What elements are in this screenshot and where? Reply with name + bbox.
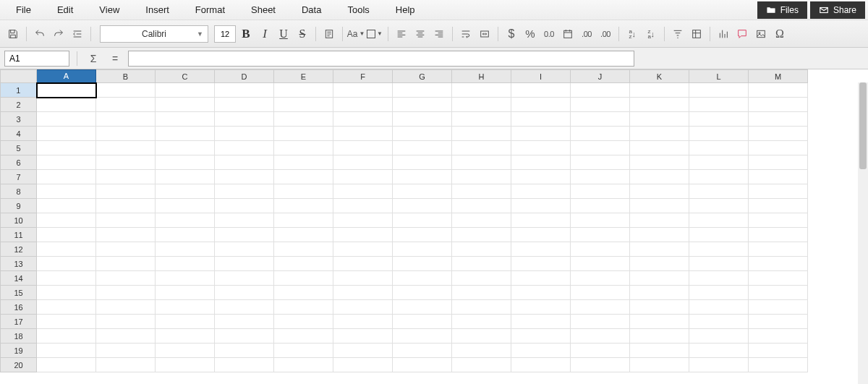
cell-H3[interactable] <box>452 112 511 127</box>
cell-K20[interactable] <box>630 358 689 372</box>
cell-I11[interactable] <box>511 228 571 242</box>
cell-M14[interactable] <box>749 271 808 286</box>
cell-H11[interactable] <box>452 228 511 242</box>
remove-decimal-button[interactable]: .00 <box>597 25 614 43</box>
cell-M20[interactable] <box>749 358 808 372</box>
cell-C17[interactable] <box>156 315 215 329</box>
cell-A3[interactable] <box>37 112 96 127</box>
cell-J1[interactable] <box>571 83 630 98</box>
fill-color-button[interactable]: ▼ <box>366 25 383 43</box>
cell-K17[interactable] <box>630 315 689 329</box>
cell-M8[interactable] <box>749 184 808 199</box>
formula-input[interactable] <box>128 51 634 67</box>
cell-C20[interactable] <box>156 358 215 372</box>
cell-L16[interactable] <box>689 300 749 315</box>
cell-B14[interactable] <box>96 271 156 286</box>
cell-B12[interactable] <box>96 242 156 257</box>
cell-C3[interactable] <box>156 112 215 127</box>
cell-H4[interactable] <box>452 127 511 141</box>
cell-B15[interactable] <box>96 286 156 300</box>
cell-F16[interactable] <box>333 300 393 315</box>
cell-L13[interactable] <box>689 257 749 271</box>
row-header-3[interactable]: 3 <box>1 112 37 127</box>
number-format-button[interactable]: 0.0 <box>540 25 558 43</box>
cell-E16[interactable] <box>274 300 333 315</box>
cell-C9[interactable] <box>156 199 215 213</box>
cell-C11[interactable] <box>156 228 215 242</box>
cell-D17[interactable] <box>215 315 274 329</box>
row-header-5[interactable]: 5 <box>1 141 37 155</box>
cell-C12[interactable] <box>156 242 215 257</box>
cell-E10[interactable] <box>274 213 333 228</box>
menu-view[interactable]: View <box>86 1 132 18</box>
cell-A16[interactable] <box>37 300 96 315</box>
column-header-C[interactable]: C <box>156 70 215 83</box>
save-button[interactable] <box>4 25 22 43</box>
cell-I9[interactable] <box>511 199 571 213</box>
cell-L7[interactable] <box>689 170 749 184</box>
cell-A17[interactable] <box>37 315 96 329</box>
cell-B6[interactable] <box>96 155 156 170</box>
cell-J5[interactable] <box>571 141 630 155</box>
align-center-button[interactable] <box>412 25 429 43</box>
insert-comment-button[interactable] <box>733 25 751 43</box>
cell-G8[interactable] <box>393 184 452 199</box>
italic-button[interactable]: I <box>256 25 273 43</box>
bold-button[interactable]: B <box>237 25 255 43</box>
column-header-D[interactable]: D <box>215 70 274 83</box>
cell-D14[interactable] <box>215 271 274 286</box>
row-header-20[interactable]: 20 <box>1 358 37 372</box>
cell-D16[interactable] <box>215 300 274 315</box>
cell-M2[interactable] <box>749 98 808 112</box>
cell-J9[interactable] <box>571 199 630 213</box>
cell-E2[interactable] <box>274 98 333 112</box>
cell-M15[interactable] <box>749 286 808 300</box>
cell-K19[interactable] <box>630 344 689 358</box>
cell-H17[interactable] <box>452 315 511 329</box>
cell-C18[interactable] <box>156 329 215 344</box>
cell-G1[interactable] <box>393 83 452 98</box>
cell-B9[interactable] <box>96 199 156 213</box>
cell-B16[interactable] <box>96 300 156 315</box>
cell-L11[interactable] <box>689 228 749 242</box>
cell-F13[interactable] <box>333 257 393 271</box>
column-header-J[interactable]: J <box>571 70 630 83</box>
decrease-indent-button[interactable] <box>69 25 86 43</box>
cell-B7[interactable] <box>96 170 156 184</box>
column-header-I[interactable]: I <box>511 70 571 83</box>
cell-J3[interactable] <box>571 112 630 127</box>
cell-G4[interactable] <box>393 127 452 141</box>
cell-I18[interactable] <box>511 329 571 344</box>
cell-F17[interactable] <box>333 315 393 329</box>
cell-C5[interactable] <box>156 141 215 155</box>
cell-K16[interactable] <box>630 300 689 315</box>
cell-J2[interactable] <box>571 98 630 112</box>
cell-D10[interactable] <box>215 213 274 228</box>
cell-G10[interactable] <box>393 213 452 228</box>
vertical-scrollbar[interactable] <box>858 82 868 384</box>
merge-cells-button[interactable] <box>476 25 493 43</box>
cell-F19[interactable] <box>333 344 393 358</box>
cell-H10[interactable] <box>452 213 511 228</box>
cell-G6[interactable] <box>393 155 452 170</box>
cell-J15[interactable] <box>571 286 630 300</box>
cell-F5[interactable] <box>333 141 393 155</box>
cell-E9[interactable] <box>274 199 333 213</box>
cell-E17[interactable] <box>274 315 333 329</box>
cell-G5[interactable] <box>393 141 452 155</box>
cell-G14[interactable] <box>393 271 452 286</box>
insert-image-button[interactable] <box>752 25 770 43</box>
cell-G7[interactable] <box>393 170 452 184</box>
cell-B20[interactable] <box>96 358 156 372</box>
cell-C1[interactable] <box>156 83 215 98</box>
cell-D11[interactable] <box>215 228 274 242</box>
cell-L15[interactable] <box>689 286 749 300</box>
cell-H16[interactable] <box>452 300 511 315</box>
sort-asc-button[interactable]: az↓ <box>624 25 641 43</box>
cell-K1[interactable] <box>630 83 689 98</box>
cell-D4[interactable] <box>215 127 274 141</box>
cell-F2[interactable] <box>333 98 393 112</box>
files-button[interactable]: Files <box>757 1 807 19</box>
cell-F10[interactable] <box>333 213 393 228</box>
cell-K11[interactable] <box>630 228 689 242</box>
